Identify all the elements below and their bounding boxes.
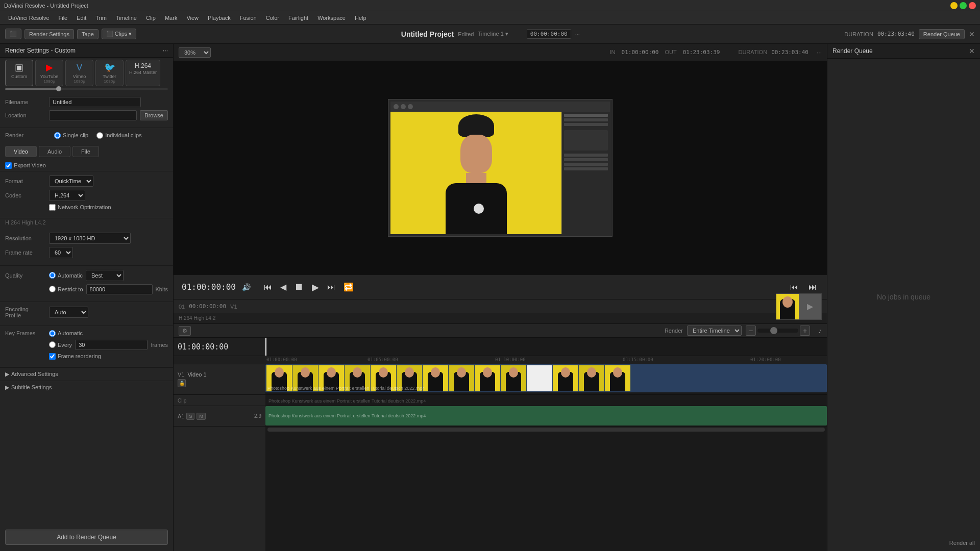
step-back-button[interactable]: ◀	[278, 280, 288, 294]
keyframes-auto-label[interactable]: Automatic	[49, 330, 83, 337]
prev-clip-button[interactable]: ⏮	[788, 281, 800, 294]
loop-button[interactable]: 🔁	[341, 280, 356, 294]
file-tab[interactable]: File	[72, 146, 99, 157]
viewer-more-btn[interactable]: ···	[817, 49, 822, 56]
render-panel-menu[interactable]: ···	[163, 47, 168, 54]
advanced-settings-section[interactable]: ▶ Advanced Settings	[0, 367, 173, 381]
ruler-label-1: 01:00:00:00	[266, 357, 297, 362]
menu-color[interactable]: Color	[262, 14, 283, 22]
thumbnail-frame-1	[776, 294, 799, 319]
zoom-slider[interactable]	[757, 329, 798, 333]
codec-select[interactable]: H.264 H.265 ProRes	[49, 190, 85, 201]
frame-reorder-checkbox[interactable]	[49, 353, 56, 360]
render-settings-btn[interactable]: Render Settings	[24, 29, 74, 39]
render-all-btn[interactable]: Render all	[832, 540, 975, 546]
audio-tab[interactable]: Audio	[39, 146, 70, 157]
single-clip-radio[interactable]: Single clip	[54, 132, 88, 139]
preset-twitter[interactable]: 🐦 Twitter 1080p	[95, 60, 124, 86]
toolbar-icon-btn[interactable]: ⬛	[5, 29, 21, 39]
overlay-row-5	[564, 158, 608, 161]
individual-clips-radio[interactable]: Individual clips	[96, 132, 142, 139]
video-tab[interactable]: Video	[5, 146, 37, 157]
menu-timeline[interactable]: Timeline	[112, 14, 141, 22]
quality-best-select[interactable]: Best High Medium	[86, 270, 124, 281]
more-btn[interactable]: ···	[575, 31, 580, 37]
title-bar-controls[interactable]	[950, 2, 976, 9]
format-select[interactable]: QuickTime MP4 MXF	[49, 176, 93, 187]
filename-input[interactable]	[49, 97, 141, 107]
close-button[interactable]	[969, 2, 976, 9]
clip-sublabel: Photoshop Kunstwerk aus einem Portrait e…	[268, 398, 426, 404]
timeline-hscroll[interactable]	[265, 427, 827, 433]
minimize-button[interactable]	[950, 2, 958, 9]
menu-view[interactable]: View	[182, 14, 203, 22]
export-video-checkbox-label[interactable]: Export Video	[5, 162, 46, 169]
preset-youtube[interactable]: ▶ YouTube 1080p	[35, 60, 63, 86]
menu-fusion[interactable]: Fusion	[236, 14, 261, 22]
go-to-start-button[interactable]: ⏮	[262, 281, 274, 294]
v1-lock-btn[interactable]: 🔒	[178, 379, 186, 387]
clips-btn[interactable]: ⬛ Clips ▾	[102, 29, 137, 39]
v1-clip[interactable]: Photoshop Kunstwerk aus einem Portrait e…	[265, 364, 827, 392]
maximize-button[interactable]	[960, 2, 967, 9]
timeline-selector[interactable]: Timeline 1 ▾	[478, 31, 508, 37]
single-clip-radio-input[interactable]	[54, 132, 61, 139]
a1-m-btn[interactable]: M	[197, 413, 206, 420]
zoom-out-btn[interactable]: −	[746, 325, 756, 336]
render-panel-header: Render Settings - Custom ···	[0, 44, 173, 58]
zoom-in-btn[interactable]: +	[800, 325, 810, 336]
menu-trim[interactable]: Trim	[91, 14, 111, 22]
export-video-checkbox[interactable]	[5, 162, 12, 169]
menu-file[interactable]: File	[55, 14, 72, 22]
encoding-profile-select[interactable]: Auto Baseline Main High	[49, 307, 88, 318]
framerate-select[interactable]: 60 30 24 25	[49, 247, 73, 258]
menu-fairlight[interactable]: Fairlight	[284, 14, 312, 22]
keyframes-every-input[interactable]	[75, 340, 148, 350]
go-to-end-button[interactable]: ⏭	[325, 281, 337, 294]
out-label: OUT	[665, 49, 676, 56]
a1-label: A1	[178, 413, 184, 419]
menu-edit[interactable]: Edit	[72, 14, 90, 22]
render-queue-btn[interactable]: Render Queue	[919, 29, 965, 39]
subtitle-settings-section[interactable]: ▶ Subtitle Settings	[0, 381, 173, 394]
timeline-settings-btn[interactable]: ⚙	[179, 326, 191, 336]
menu-mark[interactable]: Mark	[161, 14, 181, 22]
next-clip-button[interactable]: ⏭	[806, 281, 819, 294]
audio-settings-icon[interactable]: ♪	[818, 327, 822, 335]
quality-auto-radio[interactable]	[49, 272, 56, 279]
play-button[interactable]: ▶	[310, 280, 321, 295]
keyframes-auto-radio[interactable]	[49, 330, 56, 337]
menu-help[interactable]: Help	[351, 14, 371, 22]
render-queue-close-btn[interactable]: ✕	[969, 47, 975, 55]
keyframes-every-radio[interactable]	[49, 341, 56, 348]
viewer-bar: 30% 50% 75% 100% IN 01:00:00:00 OUT 01:2…	[174, 44, 827, 61]
volume-icon[interactable]: 🔊	[242, 283, 251, 291]
menu-playback[interactable]: Playback	[204, 14, 235, 22]
network-opt-label[interactable]: Network Optimization	[49, 204, 111, 211]
resolution-select[interactable]: 980 x 551 HD 3840 x 2160 UHD	[49, 233, 131, 244]
encoding-profile-section: Encoding Profile Auto Baseline Main High	[0, 302, 173, 326]
browse-button[interactable]: Browse	[140, 110, 168, 120]
keyframes-every-label[interactable]: Every	[49, 341, 72, 348]
restrict-radio-label[interactable]: Restrict to	[49, 286, 83, 292]
stop-button[interactable]: ⏹	[292, 280, 306, 294]
a1-s-btn[interactable]: S	[186, 413, 194, 420]
close-panel-btn[interactable]: ✕	[969, 30, 975, 38]
add-to-render-queue-button[interactable]: Add to Render Queue	[5, 530, 168, 545]
tape-btn[interactable]: Tape	[77, 29, 99, 39]
location-input[interactable]	[49, 110, 137, 120]
render-scope-select[interactable]: Entire Timeline In/Out Range	[687, 325, 742, 336]
frame-reorder-label[interactable]: Frame reordering	[49, 353, 101, 360]
preset-h264[interactable]: H.264 H.264 Master	[126, 60, 160, 86]
quality-auto-label[interactable]: Automatic	[49, 272, 83, 279]
preset-vimeo[interactable]: V Vimeo 1080p	[65, 60, 93, 86]
menu-workspace[interactable]: Workspace	[313, 14, 350, 22]
zoom-select[interactable]: 30% 50% 75% 100%	[179, 47, 211, 58]
menu-clip[interactable]: Clip	[142, 14, 160, 22]
preset-custom[interactable]: ▣ Custom	[5, 60, 33, 86]
restrict-input[interactable]	[86, 284, 153, 294]
restrict-radio[interactable]	[49, 286, 56, 292]
network-opt-checkbox[interactable]	[49, 204, 56, 211]
individual-clips-radio-input[interactable]	[96, 132, 103, 139]
menu-davinci[interactable]: DaVinci Resolve	[4, 14, 54, 22]
